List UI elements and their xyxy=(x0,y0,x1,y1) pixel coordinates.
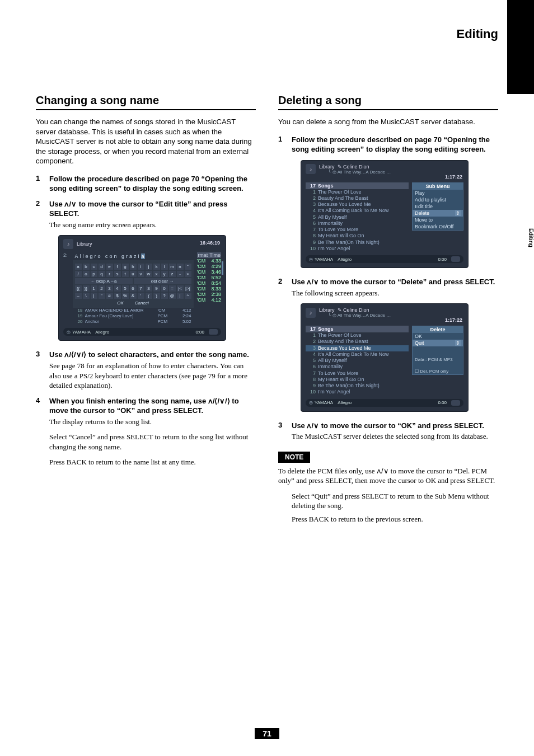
sub-menu[interactable]: Sub Menu Play Add to playlist Edit title… xyxy=(412,182,463,231)
key[interactable]: g xyxy=(122,264,129,270)
key[interactable]: $ xyxy=(114,293,121,299)
list-item[interactable]: 9Be The Man(On This Night) xyxy=(306,383,409,389)
key[interactable]: 5 xyxy=(122,285,129,292)
key[interactable]: r xyxy=(106,271,113,277)
key[interactable]: – xyxy=(75,293,82,299)
list-item[interactable]: 10I'm Your Angel xyxy=(306,246,409,252)
cancel-button[interactable]: Cancel xyxy=(135,300,149,306)
key[interactable]: s xyxy=(114,271,121,277)
key[interactable]: = xyxy=(169,285,176,292)
key[interactable]: 4 xyxy=(114,285,121,292)
del-pcm-only-checkbox[interactable]: Del. PCM only xyxy=(413,368,463,374)
key[interactable]: a xyxy=(75,264,82,270)
list-item[interactable]: 7To Love You More xyxy=(306,227,409,233)
key[interactable]: }} xyxy=(83,285,90,292)
key[interactable]: 2 xyxy=(99,285,105,292)
key[interactable]: % xyxy=(122,293,129,299)
key[interactable]: 1 xyxy=(91,285,97,292)
list-item[interactable]: 18AMAR HACIENDO EL AMOR'CM4:12 xyxy=(73,308,194,313)
key[interactable]: u xyxy=(130,271,137,277)
list-item[interactable]: 6Immortality xyxy=(306,364,409,370)
key[interactable]: p xyxy=(91,271,97,277)
list-item[interactable]: 1The Power Of Love xyxy=(306,189,409,195)
list-item[interactable]: 4It's All Coming Back To Me Now xyxy=(306,208,409,214)
menu-item-move-to[interactable]: Move to xyxy=(413,217,463,223)
list-item[interactable]: 6Immortality xyxy=(306,220,409,227)
menu-item-delete[interactable]: Delete⇕ xyxy=(413,210,463,217)
song-list[interactable]: 17Songs 1The Power Of Love2Beauty And Th… xyxy=(306,326,409,396)
list-item[interactable]: 5All By Myself xyxy=(306,358,409,364)
key[interactable]: i xyxy=(138,264,144,270)
song-list[interactable]: 17Songs 1The Power Of Love2Beauty And Th… xyxy=(306,182,409,252)
list-item[interactable]: 20AnchorPCM5:02 xyxy=(73,319,194,325)
key[interactable]: v xyxy=(138,271,144,277)
key[interactable]: ? xyxy=(161,293,168,299)
key[interactable]: | xyxy=(91,293,97,299)
key[interactable]: |>| xyxy=(185,285,191,292)
key[interactable]: t xyxy=(122,271,129,277)
key[interactable]: d xyxy=(99,264,105,270)
menu-item-play[interactable]: Play xyxy=(413,190,463,196)
key[interactable]: c xyxy=(91,264,97,270)
text-entry-field[interactable]: Allegro con grazia xyxy=(73,252,194,260)
list-item[interactable]: 8My Heart Will Go On xyxy=(306,377,409,383)
key[interactable]: l xyxy=(161,264,168,270)
key[interactable]: & xyxy=(130,293,137,299)
list-item[interactable]: 4It's All Coming Back To Me Now xyxy=(306,351,409,358)
list-item[interactable]: 2Beauty And The Beast xyxy=(306,339,409,345)
key[interactable]: > xyxy=(185,271,191,277)
list-item[interactable]: 1The Power Of Love xyxy=(306,332,409,339)
key[interactable]: ' xyxy=(138,293,144,299)
menu-item-ok[interactable]: OK xyxy=(413,333,463,340)
key[interactable]: n xyxy=(177,264,184,270)
list-item[interactable]: 8My Heart Will Go On xyxy=(306,233,409,239)
key[interactable]: ^ xyxy=(185,293,191,299)
list-item[interactable]: 5All By Myself xyxy=(306,214,409,220)
key[interactable]: # xyxy=(106,293,113,299)
key[interactable]: 8 xyxy=(146,285,152,292)
key[interactable]: m xyxy=(169,264,176,270)
key[interactable]: z xyxy=(169,271,176,277)
key[interactable]: ( xyxy=(146,293,152,299)
key[interactable]: y xyxy=(161,271,168,277)
menu-item-edit-title[interactable]: Edit title xyxy=(413,203,463,210)
key[interactable]: o xyxy=(83,271,90,277)
key[interactable]: 9 xyxy=(153,285,160,292)
key[interactable]: w xyxy=(146,271,152,277)
key[interactable]: b xyxy=(83,264,90,270)
key[interactable]: ˇ xyxy=(185,264,191,270)
list-item[interactable]: 10I'm Your Angel xyxy=(306,389,409,395)
key[interactable]: {{ xyxy=(75,285,82,292)
menu-item-add-playlist[interactable]: Add to playlist xyxy=(413,196,463,203)
list-item[interactable]: 7To Love You More xyxy=(306,370,409,377)
menu-item-bookmark[interactable]: Bookmark On/Off xyxy=(413,223,463,230)
key[interactable]: 0 xyxy=(161,285,168,292)
list-item[interactable]: 2Beauty And The Beast xyxy=(306,195,409,201)
key[interactable]: h xyxy=(130,264,137,270)
menu-item-quit[interactable]: Quit⇕ xyxy=(413,340,463,346)
on-screen-keyboard[interactable]: abcdefghijklmnˇ /opqrstuvwxyz-> ← bksp A… xyxy=(73,260,194,308)
key[interactable]: | xyxy=(177,293,184,299)
list-item[interactable]: 3Because You Loved Me xyxy=(306,345,409,351)
list-item[interactable]: 9Be The Man(On This Night) xyxy=(306,240,409,246)
key[interactable]: ) xyxy=(153,293,160,299)
ok-button[interactable]: OK xyxy=(117,300,124,306)
key[interactable]: 7 xyxy=(138,285,144,292)
delete-menu[interactable]: Delete OK Quit⇕ Data : PCM & MP3 Del. PC… xyxy=(412,326,463,375)
key[interactable]: x xyxy=(153,271,160,277)
key[interactable]: " xyxy=(99,293,105,299)
key[interactable]: - xyxy=(177,271,184,277)
list-item[interactable]: 3Because You Loved Me xyxy=(306,201,409,208)
key[interactable]: |< xyxy=(177,285,184,292)
key[interactable]: 6 xyxy=(130,285,137,292)
key[interactable]: k xyxy=(153,264,160,270)
key[interactable]: 3 xyxy=(106,285,113,292)
key[interactable]: / xyxy=(75,271,82,277)
scrollbar-icon[interactable] xyxy=(222,261,223,275)
key[interactable]: @ xyxy=(169,293,176,299)
key[interactable]: e xyxy=(106,264,113,270)
key[interactable]: q xyxy=(99,271,105,277)
key[interactable]: f xyxy=(114,264,121,270)
list-item[interactable]: 19Amour Fou [Crazy Love]PCM2:24 xyxy=(73,313,194,319)
key[interactable]: \ xyxy=(83,293,90,299)
